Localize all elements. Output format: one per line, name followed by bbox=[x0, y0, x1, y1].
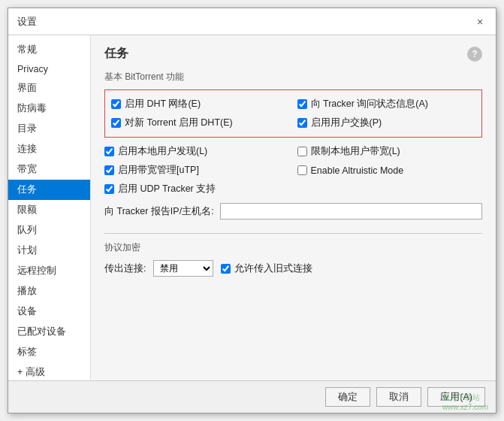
sidebar-item-remote[interactable]: 远程控制 bbox=[8, 261, 90, 281]
option-local-peer-discovery: 启用本地用户发现(L) bbox=[104, 144, 290, 159]
checkbox-limit-local-bandwidth[interactable] bbox=[297, 147, 307, 156]
label-udp-tracker: 启用 UDP Tracker 支持 bbox=[118, 183, 216, 195]
help-button[interactable]: ? bbox=[467, 47, 482, 62]
sidebar-item-ui[interactable]: 界面 bbox=[8, 78, 90, 98]
sidebar-item-paired-devices[interactable]: 已配对设备 bbox=[8, 322, 90, 342]
checkbox-allow-legacy[interactable] bbox=[221, 264, 231, 274]
option-tracker-status: 向 Tracker 询问状态信息(A) bbox=[297, 96, 476, 112]
checkbox-dht-network[interactable] bbox=[111, 99, 121, 109]
sidebar-item-directory[interactable]: 目录 bbox=[8, 119, 90, 139]
dialog-title: 设置 bbox=[17, 15, 37, 29]
sidebar-item-tasks[interactable]: 任务 bbox=[8, 180, 90, 200]
dialog-body: 常规 Privacy 界面 防病毒 目录 连接 带宽 任务 限额 队列 计划 远… bbox=[8, 35, 496, 380]
highlighted-options-grid: 启用 DHT 网络(E) 向 Tracker 询问状态信息(A) 对新 Torr… bbox=[104, 89, 482, 138]
checkbox-peer-exchange[interactable] bbox=[297, 118, 307, 128]
outgoing-select[interactable]: 禁用 启用 强制 bbox=[153, 260, 213, 277]
apply-button[interactable]: 应用(A) bbox=[427, 387, 485, 407]
option-utp-bandwidth: 启用带宽管理[uTP] bbox=[104, 162, 290, 178]
normal-options-grid: 启用本地用户发现(L) 限制本地用户带宽(L) 启用带宽管理[uTP] Enab… bbox=[104, 142, 482, 198]
sidebar-item-bandwidth[interactable]: 带宽 bbox=[8, 159, 90, 180]
sidebar-item-advanced[interactable]: + 高级 bbox=[8, 362, 90, 380]
sidebar-item-devices[interactable]: 设备 bbox=[8, 301, 90, 322]
option-new-torrent-dht: 对新 Torrent 启用 DHT(E) bbox=[111, 115, 290, 131]
encryption-section-title: 协议加密 bbox=[104, 241, 482, 254]
label-local-peer-discovery: 启用本地用户发现(L) bbox=[118, 145, 207, 158]
dialog-footer: 确定 取消 应用(A) 极光下载站 www.xz7.com bbox=[8, 380, 496, 413]
checkbox-udp-tracker[interactable] bbox=[104, 184, 114, 194]
tracker-ip-label: 向 Tracker 报告IP/主机名: bbox=[104, 205, 214, 218]
sidebar-item-playback[interactable]: 播放 bbox=[8, 281, 90, 301]
checkbox-tracker-status[interactable] bbox=[297, 99, 307, 109]
option-dht-network: 启用 DHT 网络(E) bbox=[111, 96, 290, 112]
confirm-button[interactable]: 确定 bbox=[325, 387, 370, 407]
bittorrent-section-title: 基本 BitTorrent 功能 bbox=[104, 71, 482, 83]
bittorrent-section: 基本 BitTorrent 功能 启用 DHT 网络(E) 向 Tracker … bbox=[104, 71, 482, 221]
label-new-torrent-dht: 对新 Torrent 启用 DHT(E) bbox=[125, 117, 233, 129]
settings-dialog: 设置 × 常规 Privacy 界面 防病毒 目录 连接 带宽 任务 限额 队列… bbox=[8, 8, 496, 413]
sidebar-item-connection[interactable]: 连接 bbox=[8, 139, 90, 159]
outgoing-label: 传出连接: bbox=[104, 262, 146, 275]
label-allow-legacy: 允许传入旧式连接 bbox=[234, 262, 312, 275]
checkbox-local-peer-discovery[interactable] bbox=[104, 147, 114, 156]
sidebar-item-quota[interactable]: 限额 bbox=[8, 200, 90, 220]
section-divider bbox=[104, 233, 482, 234]
option-peer-exchange: 启用用户交换(P) bbox=[297, 115, 476, 131]
checkbox-new-torrent-dht[interactable] bbox=[111, 118, 121, 128]
label-dht-network: 启用 DHT 网络(E) bbox=[125, 98, 201, 111]
content-title: 任务 bbox=[104, 46, 128, 62]
cancel-button[interactable]: 取消 bbox=[376, 387, 421, 407]
checkbox-utp-bandwidth[interactable] bbox=[104, 165, 114, 175]
content-header: 任务 ? bbox=[104, 46, 482, 62]
sidebar-item-queue[interactable]: 队列 bbox=[8, 220, 90, 241]
label-utp-bandwidth: 启用带宽管理[uTP] bbox=[118, 164, 199, 177]
checkbox-altruistic-mode[interactable] bbox=[297, 165, 307, 175]
option-udp-tracker: 启用 UDP Tracker 支持 bbox=[104, 181, 290, 197]
sidebar-item-general[interactable]: 常规 bbox=[8, 40, 90, 60]
sidebar: 常规 Privacy 界面 防病毒 目录 连接 带宽 任务 限额 队列 计划 远… bbox=[8, 35, 91, 380]
encryption-section: 协议加密 传出连接: 禁用 启用 强制 允许传入旧式连接 bbox=[104, 241, 482, 277]
encryption-row: 传出连接: 禁用 启用 强制 允许传入旧式连接 bbox=[104, 260, 482, 277]
label-limit-local-bandwidth: 限制本地用户带宽(L) bbox=[311, 145, 400, 158]
label-peer-exchange: 启用用户交换(P) bbox=[311, 117, 382, 129]
tracker-ip-input[interactable] bbox=[220, 203, 482, 220]
label-tracker-status: 向 Tracker 询问状态信息(A) bbox=[311, 98, 429, 111]
tracker-ip-row: 向 Tracker 报告IP/主机名: bbox=[104, 201, 482, 221]
close-button[interactable]: × bbox=[473, 15, 487, 29]
option-altruistic-mode: Enable Altruistic Mode bbox=[297, 162, 483, 178]
sidebar-item-schedule[interactable]: 计划 bbox=[8, 241, 90, 261]
option-limit-local-bandwidth: 限制本地用户带宽(L) bbox=[297, 144, 483, 159]
content-area: 任务 ? 基本 BitTorrent 功能 启用 DHT 网络(E) 向 Tra… bbox=[91, 35, 496, 380]
title-bar: 设置 × bbox=[8, 8, 496, 35]
allow-legacy-option: 允许传入旧式连接 bbox=[221, 261, 312, 277]
label-altruistic-mode: Enable Altruistic Mode bbox=[311, 165, 404, 176]
sidebar-item-antivirus[interactable]: 防病毒 bbox=[8, 98, 90, 119]
sidebar-item-privacy[interactable]: Privacy bbox=[8, 60, 90, 78]
sidebar-item-tags[interactable]: 标签 bbox=[8, 342, 90, 362]
